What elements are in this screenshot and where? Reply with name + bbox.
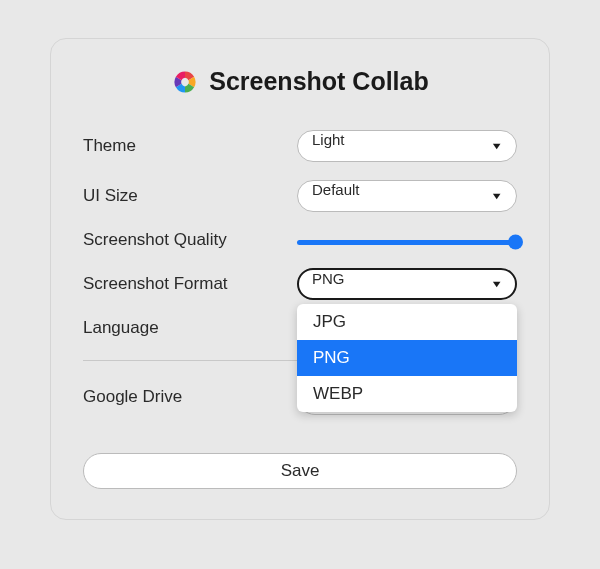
save-button[interactable]: Save xyxy=(83,453,517,489)
google-drive-label: Google Drive xyxy=(83,387,283,407)
format-option-png[interactable]: PNG xyxy=(297,340,517,376)
language-label: Language xyxy=(83,318,283,338)
app-logo-icon xyxy=(171,68,199,96)
ui-size-row: UI Size Default xyxy=(83,180,517,212)
format-select[interactable]: PNG xyxy=(297,268,517,300)
ui-size-select[interactable]: Default xyxy=(297,180,517,212)
format-row: Screenshot Format PNG JPG PNG WEBP xyxy=(83,268,517,300)
theme-label: Theme xyxy=(83,136,283,156)
format-option-jpg[interactable]: JPG xyxy=(297,304,517,340)
save-row: Save xyxy=(83,453,517,489)
theme-row: Theme Light xyxy=(83,130,517,162)
settings-panel: Screenshot Collab Theme Light UI Size De… xyxy=(50,38,550,520)
quality-slider-thumb[interactable] xyxy=(508,235,523,250)
ui-size-label: UI Size xyxy=(83,186,283,206)
header: Screenshot Collab xyxy=(83,67,517,96)
app-title: Screenshot Collab xyxy=(209,67,429,96)
quality-row: Screenshot Quality xyxy=(83,230,517,250)
theme-select[interactable]: Light xyxy=(297,130,517,162)
format-dropdown: JPG PNG WEBP xyxy=(297,304,517,412)
quality-slider[interactable] xyxy=(297,240,517,245)
format-option-webp[interactable]: WEBP xyxy=(297,376,517,412)
format-label: Screenshot Format xyxy=(83,274,283,294)
quality-label: Screenshot Quality xyxy=(83,230,283,250)
